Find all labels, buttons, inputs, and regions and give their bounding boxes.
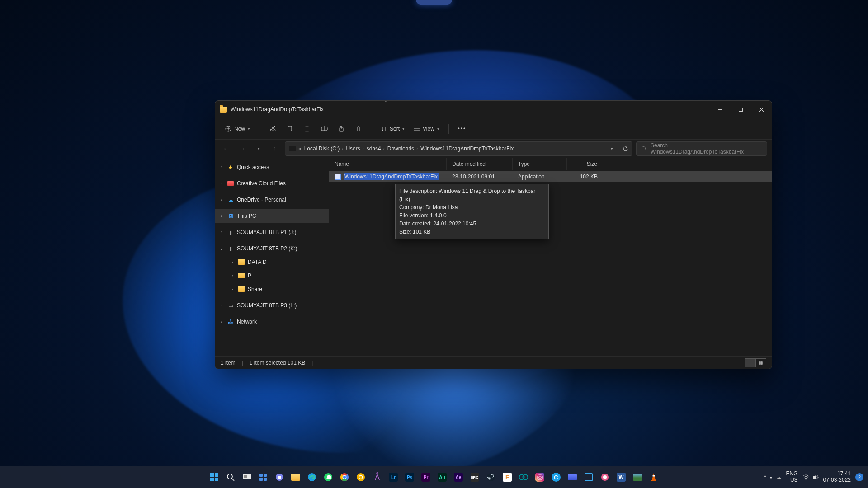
column-header-size[interactable]: Size: [567, 158, 603, 170]
sidebar-item-drive-j[interactable]: ›▮SOUMYAJIT 8TB P1 (J:): [215, 225, 329, 239]
recent-button[interactable]: ▾: [252, 142, 265, 155]
chrome-taskbar[interactable]: [338, 470, 351, 484]
back-button[interactable]: ←: [220, 142, 232, 155]
sidebar-item-network[interactable]: ›🖧Network: [215, 315, 329, 328]
whatsapp-icon: [324, 473, 333, 482]
refresh-button[interactable]: [618, 142, 632, 155]
app-c-taskbar[interactable]: C: [549, 470, 563, 484]
view-button[interactable]: View▾: [410, 123, 443, 135]
arduino-taskbar[interactable]: [517, 470, 530, 484]
start-button[interactable]: [208, 470, 221, 484]
sidebar-item-folder[interactable]: ›DATA D: [215, 255, 329, 269]
lightroom-taskbar[interactable]: Lr: [387, 470, 400, 484]
view-icon: [414, 126, 420, 131]
window-title: Windows11DragAndDropToTaskbarFix: [231, 106, 324, 113]
search-button[interactable]: [224, 470, 237, 484]
svg-rect-25: [215, 478, 218, 481]
rename-icon: [321, 126, 328, 132]
cut-button[interactable]: [265, 122, 280, 135]
breadcrumb[interactable]: Users›: [346, 145, 363, 152]
address-dropdown[interactable]: ▾: [605, 142, 618, 155]
instagram-icon: [535, 473, 544, 482]
breadcrumb[interactable]: sdas4›: [367, 145, 385, 152]
svg-point-59: [805, 479, 806, 480]
app-taskbar[interactable]: ᐰ: [370, 470, 384, 484]
address-bar[interactable]: « Local Disk (C:)› Users› sdas4› Downloa…: [285, 141, 632, 156]
photoshop-taskbar[interactable]: Ps: [403, 470, 416, 484]
sort-button[interactable]: Sort▾: [377, 123, 408, 135]
thumbnails-view-button[interactable]: ▦: [755, 358, 766, 367]
sidebar-item-quick-access[interactable]: ›★Quick access: [215, 160, 329, 174]
navigation-pane: ›★Quick access ›Creative Cloud Files ›☁O…: [215, 158, 329, 356]
chat-button[interactable]: [273, 470, 286, 484]
forward-button[interactable]: →: [236, 142, 249, 155]
instagram-taskbar[interactable]: [533, 470, 547, 484]
aftereffects-taskbar[interactable]: Ae: [452, 470, 465, 484]
sidebar-item-creative-cloud[interactable]: ›Creative Cloud Files: [215, 177, 329, 190]
new-button[interactable]: New▾: [222, 123, 254, 135]
sidebar-item-this-pc[interactable]: ›🖥This PC: [215, 209, 329, 223]
share-icon: [338, 126, 344, 132]
sidebar-item-folder[interactable]: ›Share: [215, 282, 329, 296]
sidebar-item-drive-l[interactable]: ›▭SOUMYAJIT 8TB P3 (L:): [215, 299, 329, 312]
sidebar-item-folder[interactable]: ›P: [215, 269, 329, 282]
language-indicator[interactable]: ENGUS: [786, 471, 798, 483]
file-row[interactable]: Windows11DragAndDropToTaskbarFix 23-10-2…: [329, 171, 772, 182]
app-o-taskbar[interactable]: [598, 470, 612, 484]
titlebar[interactable]: Windows11DragAndDropToTaskbarFix: [215, 101, 772, 118]
whatsapp-taskbar[interactable]: [321, 470, 335, 484]
svg-rect-57: [653, 475, 655, 477]
rename-button[interactable]: [316, 123, 332, 135]
svg-rect-22: [210, 473, 214, 477]
svg-point-20: [642, 146, 646, 150]
breadcrumb[interactable]: Windows11DragAndDropToTaskbarFix: [420, 145, 514, 152]
file-name: Windows11DragAndDropToTaskbarFix: [344, 173, 439, 180]
minimize-button[interactable]: [709, 101, 730, 118]
column-header-date[interactable]: Date modified: [447, 158, 513, 170]
onedrive-tray-icon[interactable]: ☁: [776, 474, 782, 481]
delete-button[interactable]: [351, 123, 366, 135]
quick-settings[interactable]: [802, 474, 819, 480]
premiere-taskbar[interactable]: Pr: [419, 470, 433, 484]
tray-app-icon[interactable]: ▪: [770, 474, 772, 481]
up-button[interactable]: ↑: [269, 142, 281, 155]
file-explorer-taskbar[interactable]: [289, 470, 302, 484]
steam-taskbar[interactable]: [484, 470, 498, 484]
copy-button[interactable]: [282, 123, 297, 135]
epic-taskbar[interactable]: EPIC: [468, 470, 481, 484]
app-f-taskbar[interactable]: F: [500, 470, 514, 484]
column-header-name[interactable]: Name˄: [329, 158, 447, 170]
app-taskbar-generic2[interactable]: [582, 470, 595, 484]
audition-taskbar[interactable]: Au: [435, 470, 449, 484]
maximize-button[interactable]: [730, 101, 751, 118]
sidebar-item-onedrive[interactable]: ›☁OneDrive - Personal: [215, 193, 329, 206]
widgets-button[interactable]: [256, 470, 270, 484]
trash-icon: [356, 126, 362, 132]
word-icon: W: [617, 473, 626, 482]
share-button[interactable]: [334, 123, 349, 135]
clock[interactable]: 17:4107-03-2022: [823, 471, 851, 483]
details-view-button[interactable]: ≣: [745, 358, 755, 367]
task-view-button[interactable]: [240, 470, 254, 484]
sidebar-item-drive-k[interactable]: ⌄▮SOUMYAJIT 8TB P2 (K:): [215, 242, 329, 255]
chrome-canary-taskbar[interactable]: [354, 470, 368, 484]
word-taskbar[interactable]: W: [614, 470, 628, 484]
close-button[interactable]: [751, 101, 772, 118]
task-view-icon: [243, 474, 251, 481]
folder-icon: [220, 107, 227, 113]
folder-icon: [238, 259, 245, 265]
system-tray: ˄ ▪ ☁ ENGUS 17:4107-03-2022 2: [764, 471, 863, 483]
more-button[interactable]: •••: [454, 123, 470, 135]
breadcrumb[interactable]: Downloads›: [387, 145, 418, 152]
taskbar-center: ᐰ Lr Ps Pr Au Ae EPIC F C W: [208, 470, 660, 484]
app-taskbar-generic1[interactable]: [566, 470, 579, 484]
photos-taskbar[interactable]: [631, 470, 644, 484]
notification-badge[interactable]: 2: [855, 473, 863, 481]
search-box[interactable]: Search Windows11DragAndDropToTaskbarFix: [636, 141, 767, 156]
paste-button[interactable]: [299, 123, 315, 135]
vlc-taskbar[interactable]: [647, 470, 660, 484]
breadcrumb[interactable]: Local Disk (C:)›: [304, 145, 344, 152]
edge-taskbar[interactable]: [305, 470, 319, 484]
column-header-type[interactable]: Type: [513, 158, 567, 170]
tray-overflow-button[interactable]: ˄: [764, 475, 766, 480]
